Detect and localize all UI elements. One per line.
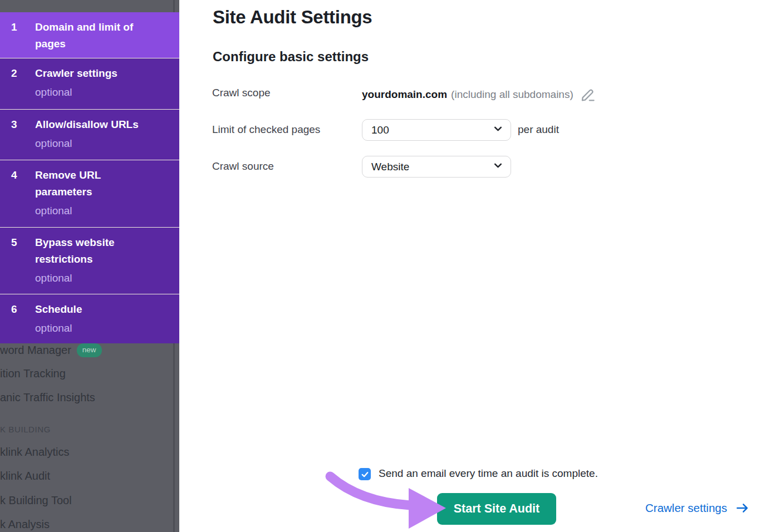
crawler-settings-link[interactable]: Crawler settings [645,501,749,515]
email-checkbox[interactable] [359,468,371,480]
site-audit-settings-screen: word Manager new ition Tracking anic Tra… [0,0,780,532]
start-site-audit-button[interactable]: Start Site Audit [437,493,556,525]
limit-pages-select[interactable]: 100 [362,119,511,141]
page-title: Site Audit Settings [213,7,372,28]
section-title: Configure basic settings [213,49,369,65]
sidebar-item-backlink-analytics[interactable]: klink Analytics [0,446,70,459]
step-optional-label: optional [35,204,101,218]
wizard-step-domain-and-limit[interactable]: 1 Domain and limit of pages [0,12,179,58]
sidebar-item-link-building-tool[interactable]: k Building Tool [0,494,72,507]
pencil-icon[interactable] [581,87,596,102]
step-title: Bypass website restrictions [35,234,115,268]
limit-pages-selected-value: 100 [371,124,493,136]
sidebar-section-link-building: K BUILDING [0,425,51,434]
step-optional-label: optional [35,136,139,151]
chevron-down-icon [493,124,503,136]
wizard-step-bypass-website-restrictions[interactable]: 5 Bypass website restrictions optional [0,228,179,294]
crawl-source-label: Crawl source [212,160,274,173]
limit-pages-label: Limit of checked pages [212,124,320,136]
crawl-scope-note: (including all subdomains) [451,88,573,101]
new-badge: new [77,343,102,357]
wizard-step-allow-disallow-urls[interactable]: 3 Allow/disallow URLs optional [0,110,179,160]
sidebar-item-link-analysis[interactable]: k Analysis [0,518,50,531]
step-optional-label: optional [35,85,117,100]
wizard-step-crawler-settings[interactable]: 2 Crawler settings optional [0,58,179,110]
per-audit-suffix: per audit [518,124,559,136]
step-number: 1 [11,19,35,58]
step-title: Allow/disallow URLs [35,116,139,133]
chevron-down-icon [493,161,503,173]
step-title: Schedule [35,301,82,318]
sidebar-item-label: klink Analytics [0,446,70,459]
crawl-scope-value: yourdomain.com (including all subdomains… [362,87,596,102]
step-number: 4 [11,167,35,227]
sidebar-item-label: klink Audit [0,470,50,482]
check-icon [361,470,369,479]
wizard-step-schedule[interactable]: 6 Schedule optional [0,294,179,343]
arrow-right-icon [735,502,749,514]
crawl-source-select[interactable]: Website [362,156,511,178]
crawl-scope-domain: yourdomain.com [362,88,447,101]
sidebar-item-label: word Manager [0,344,71,357]
sidebar-item-label: anic Traffic Insights [0,391,95,404]
wizard-steps-nav: 1 Domain and limit of pages 2 Crawler se… [0,12,179,343]
wizard-step-remove-url-parameters[interactable]: 4 Remove URL parameters optional [0,160,179,228]
sidebar-item-label: k Building Tool [0,494,72,507]
step-number: 6 [11,301,35,343]
step-number: 2 [11,65,35,109]
sidebar-item-label: k Analysis [0,518,50,531]
sidebar-item-label: ition Tracking [0,367,66,380]
crawler-settings-link-label: Crawler settings [645,501,727,515]
sidebar-item-position-tracking[interactable]: ition Tracking [0,367,66,380]
settings-panel: Site Audit Settings Configure basic sett… [179,0,780,532]
step-number: 5 [11,234,35,294]
step-optional-label: optional [35,271,115,285]
step-title: Crawler settings [35,65,117,82]
step-title: Remove URL parameters [35,167,101,200]
sidebar-item-backlink-audit[interactable]: klink Audit [0,470,50,482]
crawl-scope-label: Crawl scope [212,87,271,99]
crawl-source-selected-value: Website [371,161,493,173]
step-optional-label: optional [35,321,82,336]
sidebar-item-organic-traffic-insights[interactable]: anic Traffic Insights [0,391,95,404]
step-title: Domain and limit of pages [35,19,133,52]
step-number: 3 [11,116,35,160]
email-checkbox-label[interactable]: Send an email every time an audit is com… [379,467,598,480]
sidebar-item-keyword-manager[interactable]: word Manager new [0,343,102,357]
